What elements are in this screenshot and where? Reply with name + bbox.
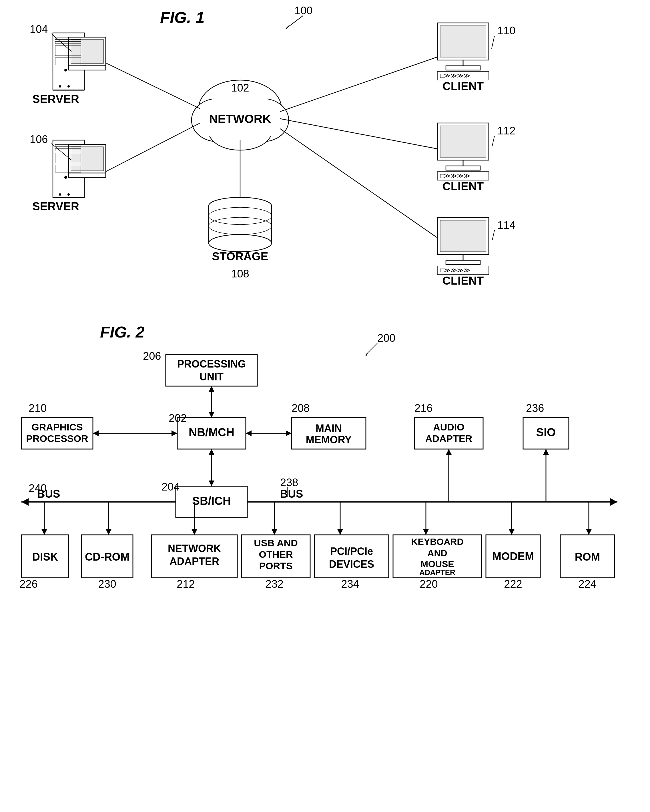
page: FIG. 1 100 104 SERVER	[0, 0, 650, 812]
ref-204: 204	[161, 481, 180, 493]
svg-marker-82	[172, 430, 177, 436]
pci-devices-label2: DEVICES	[329, 558, 374, 570]
fig1-title: FIG. 1	[160, 8, 205, 26]
svg-point-11	[59, 85, 61, 87]
svg-marker-109	[446, 449, 452, 455]
network-adapter-label2: ADAPTER	[169, 556, 219, 567]
svg-marker-73	[209, 412, 215, 418]
ref-102: 102	[231, 82, 249, 94]
ref-236: 236	[526, 402, 544, 414]
modem-label: MODEM	[492, 550, 534, 562]
main-memory-label2: MEMORY	[306, 434, 352, 446]
ref-100: 100	[294, 5, 312, 17]
network-label: NETWORK	[209, 112, 271, 125]
processing-unit-label2: UNIT	[199, 371, 224, 383]
svg-marker-113	[543, 449, 549, 455]
storage-108	[209, 197, 271, 252]
client-110-label: CLIENT	[443, 80, 484, 92]
ref-202: 202	[169, 412, 187, 424]
bus-right-label: BUS	[280, 488, 303, 500]
server-104-label: SERVER	[32, 93, 79, 105]
svg-marker-90	[21, 498, 29, 506]
sio-label: SIO	[536, 426, 556, 438]
svg-line-65	[492, 230, 495, 240]
svg-rect-54	[446, 166, 480, 170]
svg-line-49	[492, 36, 495, 49]
nb-mch-label: NB/MCH	[189, 426, 234, 438]
pci-devices-label: PCI/PCIe	[330, 545, 373, 557]
audio-adapter-label: AUDIO	[433, 421, 464, 432]
ref-230: 230	[98, 578, 116, 590]
audio-adapter-label2: ADAPTER	[425, 433, 472, 444]
graphics-processor-label2: PROCESSOR	[26, 433, 88, 444]
fig2-title: FIG. 2	[100, 323, 145, 341]
svg-marker-100	[192, 529, 197, 535]
svg-marker-103	[271, 529, 277, 535]
svg-point-39	[209, 235, 271, 252]
ref-108: 108	[231, 268, 249, 280]
client-112-label: CLIENT	[443, 180, 484, 192]
ref-216: 216	[414, 402, 432, 414]
svg-marker-115	[586, 529, 592, 535]
svg-marker-78	[286, 430, 292, 436]
ref-114: 114	[497, 219, 515, 231]
svg-marker-72	[209, 386, 215, 392]
svg-point-23	[64, 176, 67, 179]
ref-104: 104	[30, 23, 48, 35]
svg-rect-46	[446, 66, 480, 70]
ref-112: 112	[497, 125, 515, 137]
keyboard-label: KEYBOARD	[411, 537, 463, 547]
ref-232: 232	[265, 578, 283, 590]
svg-rect-5	[69, 66, 106, 70]
svg-line-57	[492, 136, 495, 146]
svg-point-12	[67, 85, 70, 87]
svg-marker-77	[246, 430, 251, 436]
ref-226: 226	[20, 578, 37, 590]
svg-marker-98	[106, 529, 111, 535]
processing-unit-label: PROCESSING	[177, 358, 246, 370]
keyboard-label2: AND	[427, 548, 447, 558]
svg-line-33	[106, 63, 200, 109]
cd-rom-label: CD-ROM	[85, 551, 129, 563]
graphics-processor-label: GRAPHICS	[32, 421, 82, 432]
storage-label: STORAGE	[212, 250, 268, 263]
ref-240: 240	[29, 482, 47, 494]
svg-rect-18	[69, 173, 106, 177]
main-memory-label: MAIN	[315, 423, 342, 434]
svg-rect-60	[440, 220, 486, 252]
svg-text:□≫≫≫≫: □≫≫≫≫	[440, 172, 470, 179]
svg-marker-85	[209, 481, 215, 486]
ref-210: 210	[29, 402, 47, 414]
svg-line-0	[286, 16, 303, 29]
ref-200: 200	[377, 332, 395, 344]
ref-224: 224	[578, 578, 596, 590]
usb-ports-label2: OTHER	[259, 549, 293, 560]
client-112: □≫≫≫≫	[437, 123, 489, 180]
svg-rect-17	[71, 147, 104, 171]
svg-marker-81	[93, 430, 99, 436]
svg-marker-96	[41, 529, 47, 535]
svg-rect-62	[446, 260, 480, 264]
disk-label: DISK	[32, 551, 58, 563]
ref-222: 222	[504, 578, 522, 590]
server-106	[53, 140, 106, 197]
full-diagram: FIG. 1 100 104 SERVER	[0, 0, 650, 812]
svg-marker-84	[209, 449, 215, 455]
rom-label: ROM	[575, 551, 600, 563]
svg-line-50	[280, 57, 437, 111]
svg-line-58	[280, 119, 437, 149]
ref-220: 220	[420, 578, 438, 590]
svg-rect-4	[71, 40, 104, 64]
sb-ich-label: SB/ICH	[192, 495, 231, 507]
svg-rect-52	[440, 126, 486, 157]
svg-text:□≫≫≫≫: □≫≫≫≫	[440, 267, 470, 274]
keyboard-label4: ADAPTER	[419, 568, 455, 577]
server-106-label: SERVER	[32, 200, 79, 212]
usb-ports-label: USB AND	[254, 537, 298, 548]
svg-marker-107	[423, 529, 429, 535]
ref-208: 208	[292, 402, 309, 414]
svg-rect-44	[440, 26, 486, 57]
svg-point-24	[59, 193, 61, 195]
svg-marker-105	[337, 529, 343, 535]
network-adapter-label: NETWORK	[168, 543, 221, 554]
